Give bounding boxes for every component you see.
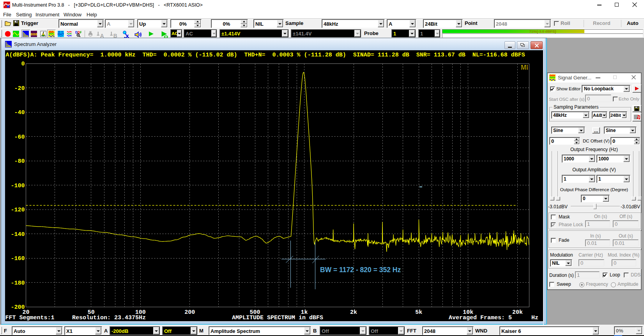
svg-text:Resolution: 23.4375Hz: Resolution: 23.4375Hz: [72, 315, 146, 321]
svg-text:-80: -80: [14, 158, 25, 165]
svg-text:-60: -60: [14, 134, 25, 141]
svg-text:FFT Segments:1: FFT Segments:1: [5, 315, 55, 321]
svg-text:-140: -140: [11, 231, 25, 238]
svg-text:200: 200: [184, 309, 195, 316]
svg-text:-40: -40: [14, 109, 25, 116]
svg-text:2k: 2k: [350, 309, 357, 316]
svg-text:A(dBFS)A: Peak Frequency= 1.0: A(dBFS)A: Peak Frequency= 1.0000 kHz THD…: [6, 52, 525, 58]
svg-text:-160: -160: [11, 255, 25, 262]
svg-text:DUT: DUT: [58, 32, 64, 36]
svg-text:-20: -20: [14, 85, 25, 92]
svg-text:20k: 20k: [512, 309, 523, 316]
svg-text:0: 0: [21, 61, 25, 67]
svg-text:Hz: Hz: [531, 315, 538, 321]
svg-text:-180: -180: [11, 280, 25, 287]
svg-text:BW = 1172 - 820 = 352 Hz: BW = 1172 - 820 = 352 Hz: [320, 266, 401, 274]
svg-text:5k: 5k: [415, 309, 422, 316]
svg-text:-120: -120: [11, 207, 25, 213]
svg-text:888: 888: [31, 32, 37, 37]
svg-text:Averaged Frames: 5: Averaged Frames: 5: [449, 315, 512, 321]
svg-text:-100: -100: [11, 183, 25, 189]
svg-text:AMPLITUDE SPECTRUM in dBFS: AMPLITUDE SPECTRUM in dBFS: [232, 315, 323, 321]
